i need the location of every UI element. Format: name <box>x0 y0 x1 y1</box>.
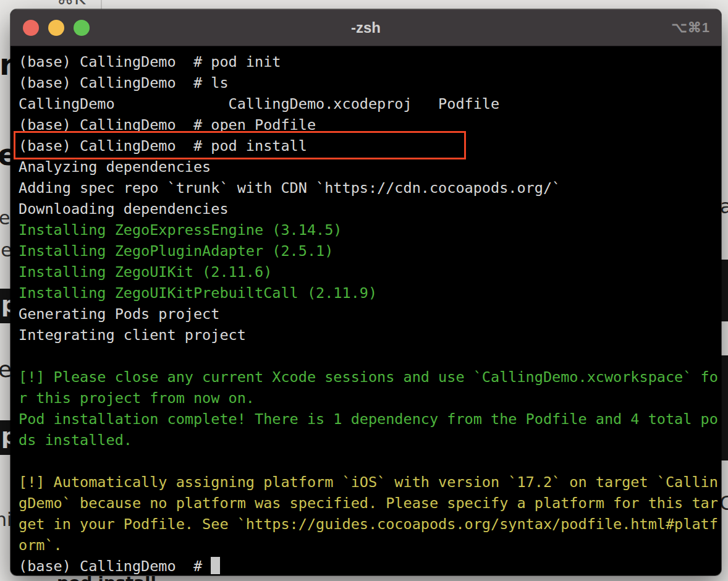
terminal-line: (base) CallingDemo # ls <box>19 72 721 93</box>
close-button[interactable] <box>23 20 39 36</box>
window-controls <box>11 20 90 36</box>
terminal-cursor <box>211 557 220 574</box>
terminal-line: (base) CallingDemo # <box>19 556 721 575</box>
background-fragment-text: p <box>1 294 11 316</box>
window-title: -zsh <box>11 19 721 36</box>
terminal-line: gDemo` because no platform was specified… <box>19 493 721 514</box>
annotation-highlight-box <box>14 131 466 159</box>
fullscreen-button[interactable] <box>74 20 90 36</box>
background-fragment <box>101 0 102 10</box>
terminal-line: get in your Podfile. See `https://guides… <box>19 514 721 535</box>
window-titlebar[interactable]: -zsh ⌥⌘1 <box>11 9 721 46</box>
background-fragment <box>721 355 728 460</box>
terminal-line: Installing ZegoUIKit (2.11.6) <box>19 261 721 282</box>
terminal-line: Pod installation complete! There is 1 de… <box>19 409 721 430</box>
minimize-button[interactable] <box>48 20 64 36</box>
window-shortcut-hint: ⌥⌘1 <box>671 9 710 46</box>
terminal-line: [!] Automatically assigning platform `iO… <box>19 472 721 493</box>
background-fragment-text: p <box>1 425 11 447</box>
terminal-line: Downloading dependencies <box>19 198 721 219</box>
terminal-line: (base) CallingDemo # pod init <box>19 51 721 72</box>
terminal-line: Adding spec repo `trunk` with CDN `https… <box>19 177 721 198</box>
terminal-line: ds installed. <box>19 430 721 451</box>
terminal-line: Installing ZegoPluginAdapter (2.5.1) <box>19 240 721 261</box>
terminal-line: r this project from now on. <box>19 388 721 409</box>
terminal-line: Generating Pods project <box>19 303 721 324</box>
terminal-line: Installing ZegoExpressEngine (3.14.5) <box>19 219 721 240</box>
background-fragment <box>721 260 728 321</box>
terminal-window[interactable]: -zsh ⌥⌘1 (base) CallingDemo # pod init(b… <box>11 9 721 575</box>
background-fragment: p <box>0 289 11 323</box>
screen: { "window": { "title": "-zsh", "shortcut… <box>0 0 728 581</box>
terminal-line: Integrating client project <box>19 324 721 346</box>
terminal-output[interactable]: (base) CallingDemo # pod init(base) Call… <box>11 46 721 575</box>
terminal-line: Installing ZegoUIKitPrebuiltCall (2.11.9… <box>19 282 721 303</box>
terminal-line: Analyzing dependencies <box>19 156 721 177</box>
background-fragment: e <box>0 209 10 227</box>
terminal-line <box>19 451 721 472</box>
background-fragment: ⌘K <box>57 0 85 7</box>
terminal-line: orm`. <box>19 535 721 556</box>
terminal-line: CallingDemo CallingDemo.xcodeproj Podfil… <box>19 93 721 114</box>
terminal-line <box>19 346 721 367</box>
background-fragment: p <box>0 420 11 455</box>
terminal-line: [!] Please close any current Xcode sessi… <box>19 367 721 388</box>
